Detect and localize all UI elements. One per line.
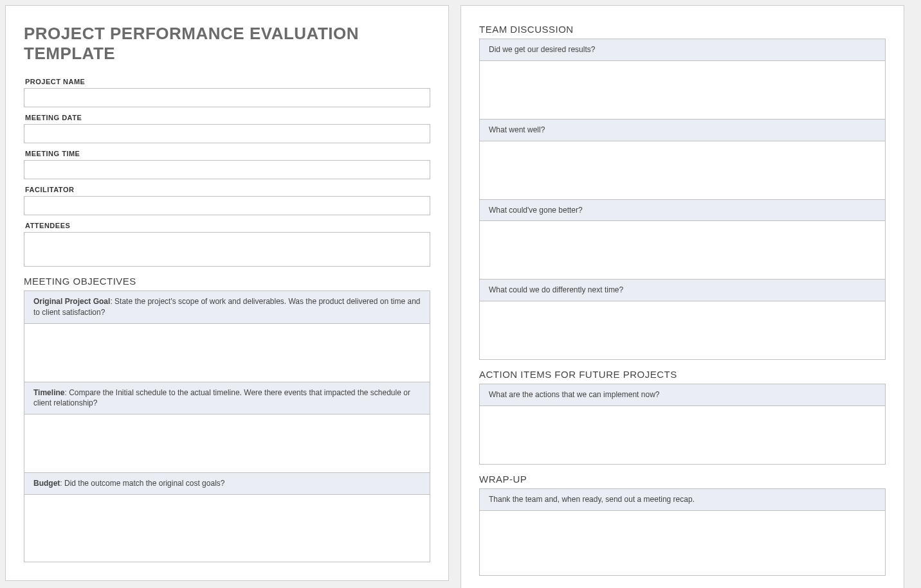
heading-meeting-objectives: MEETING OBJECTIVES — [24, 276, 430, 287]
wrapup-body[interactable] — [480, 511, 885, 575]
objective-body-timeline[interactable] — [24, 414, 430, 472]
label-facilitator: FACILITATOR — [25, 186, 430, 193]
discussion-body-better[interactable] — [480, 221, 885, 279]
objective-lead-goal: Original Project Goal — [33, 297, 110, 306]
discussion-body-differently[interactable] — [480, 301, 885, 359]
objective-block-timeline: Timeline: Compare the Initial schedule t… — [24, 382, 430, 474]
discussion-header-results: Did we get our desired results? — [480, 39, 885, 61]
action-block: What are the actions that we can impleme… — [479, 384, 886, 465]
label-attendees: ATTENDEES — [25, 222, 430, 229]
discussion-block-well: What went well? — [479, 120, 886, 200]
input-attendees[interactable] — [24, 232, 430, 267]
label-project-name: PROJECT NAME — [25, 78, 430, 85]
input-facilitator[interactable] — [24, 196, 430, 215]
document-title: PROJECT PERFORMANCE EVALUATION TEMPLATE — [24, 24, 430, 64]
objective-lead-timeline: Timeline — [33, 388, 64, 397]
discussion-header-better: What could've gone better? — [480, 200, 885, 222]
objective-block-budget: Budget: Did the outcome match the origin… — [24, 473, 430, 562]
discussion-block-differently: What could we do differently next time? — [479, 280, 886, 360]
discussion-block-better: What could've gone better? — [479, 200, 886, 280]
label-meeting-time: MEETING TIME — [25, 150, 430, 157]
wrapup-block: Thank the team and, when ready, send out… — [479, 488, 886, 576]
action-body[interactable] — [480, 406, 885, 464]
heading-wrap-up: WRAP-UP — [479, 474, 886, 485]
heading-action-items: ACTION ITEMS FOR FUTURE PROJECTS — [479, 369, 886, 380]
input-project-name[interactable] — [24, 88, 430, 107]
objective-header-goal: Original Project Goal: State the project… — [24, 291, 430, 324]
discussion-header-well: What went well? — [480, 120, 885, 141]
objective-text-timeline: : Compare the Initial schedule to the ac… — [33, 388, 410, 408]
objective-block-goal: Original Project Goal: State the project… — [24, 290, 430, 382]
objective-lead-budget: Budget — [33, 479, 60, 488]
input-meeting-time[interactable] — [24, 160, 430, 179]
input-meeting-date[interactable] — [24, 124, 430, 143]
discussion-header-differently: What could we do differently next time? — [480, 280, 885, 301]
objective-body-budget[interactable] — [24, 495, 430, 562]
heading-team-discussion: TEAM DISCUSSION — [479, 24, 886, 35]
objective-body-goal[interactable] — [24, 324, 430, 382]
page-left: PROJECT PERFORMANCE EVALUATION TEMPLATE … — [5, 5, 449, 581]
action-header: What are the actions that we can impleme… — [480, 384, 885, 406]
objective-header-budget: Budget: Did the outcome match the origin… — [24, 473, 430, 495]
discussion-body-results[interactable] — [480, 61, 885, 119]
discussion-body-well[interactable] — [480, 141, 885, 199]
label-meeting-date: MEETING DATE — [25, 114, 430, 121]
wrapup-header: Thank the team and, when ready, send out… — [480, 489, 885, 511]
page-right: TEAM DISCUSSION Did we get our desired r… — [461, 5, 904, 588]
objective-header-timeline: Timeline: Compare the Initial schedule t… — [24, 382, 430, 415]
objective-text-budget: : Did the outcome match the original cos… — [60, 479, 224, 488]
discussion-block-results: Did we get our desired results? — [479, 39, 886, 120]
